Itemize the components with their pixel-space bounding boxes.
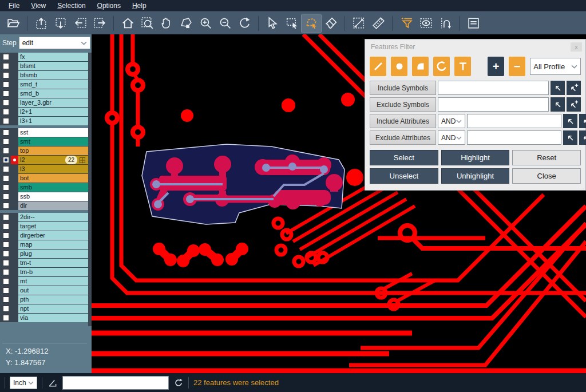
- layer-row-layer_3.gbr[interactable]: layer_3.gbr: [0, 98, 88, 107]
- pick-from-canvas-icon[interactable]: [551, 81, 565, 95]
- unit-select[interactable]: Inch: [10, 377, 37, 389]
- layer-checkbox[interactable]: [3, 166, 9, 172]
- command-input[interactable]: [62, 376, 169, 390]
- layer-row-plug[interactable]: plug: [0, 250, 88, 258]
- pan-hand-icon[interactable]: [157, 14, 176, 33]
- menu-view[interactable]: View: [26, 1, 51, 10]
- layer-row-npt[interactable]: npt: [0, 304, 88, 313]
- remove-mode-button[interactable]: −: [509, 57, 525, 76]
- layer-checkbox[interactable]: [3, 269, 9, 275]
- layer-row-tm-t[interactable]: tm-t: [0, 259, 88, 267]
- pan-down-icon[interactable]: [51, 14, 70, 33]
- layer-checkbox[interactable]: [3, 251, 9, 257]
- include-attributes-operator-select[interactable]: AND: [438, 114, 465, 128]
- zoom-area-icon[interactable]: [137, 14, 157, 33]
- pan-left-icon[interactable]: [70, 14, 90, 33]
- exclude-symbols-button[interactable]: Exclude Symbols: [370, 97, 436, 112]
- clean-brush-icon[interactable]: [321, 14, 340, 33]
- text-feature-icon[interactable]: [454, 57, 471, 76]
- arc-feature-icon[interactable]: [433, 57, 450, 76]
- exclude-attributes-operator-select[interactable]: AND: [438, 130, 465, 145]
- add-mode-button[interactable]: +: [488, 57, 504, 76]
- exclude-attributes-button[interactable]: Exclude Attributes: [370, 130, 436, 145]
- filter-icon[interactable]: [397, 14, 416, 33]
- refresh-icon[interactable]: [173, 378, 184, 388]
- layer-row-fx[interactable]: fx: [0, 53, 88, 61]
- layer-row-mt[interactable]: mt: [0, 277, 88, 286]
- layer-checkbox[interactable]: [3, 232, 9, 239]
- layer-checkbox[interactable]: [3, 203, 9, 209]
- select-polygon-icon[interactable]: [302, 14, 321, 33]
- layer-checkbox[interactable]: [3, 81, 9, 88]
- layer-checkbox[interactable]: [3, 109, 9, 115]
- close-icon[interactable]: x: [571, 42, 582, 52]
- layer-checkbox[interactable]: [3, 296, 9, 303]
- menu-help[interactable]: Help: [127, 1, 152, 10]
- layer-checkbox[interactable]: [3, 157, 9, 163]
- pick-add-from-canvas-icon[interactable]: [579, 130, 586, 145]
- layer-row-via[interactable]: via: [0, 314, 88, 322]
- layer-row-ssb[interactable]: ssb: [0, 192, 88, 201]
- layer-row-top[interactable]: top: [0, 146, 88, 155]
- layer-row-smb[interactable]: smb: [0, 183, 88, 192]
- layer-row-out[interactable]: out: [0, 286, 88, 295]
- layer-row-smd_t[interactable]: smd_t: [0, 80, 88, 89]
- layer-checkbox[interactable]: [3, 306, 9, 312]
- layer-checkbox[interactable]: [3, 287, 9, 294]
- menu-options[interactable]: Options: [92, 1, 126, 10]
- pad-feature-icon[interactable]: [391, 57, 407, 76]
- layer-checkbox[interactable]: [3, 118, 9, 124]
- layer-row-bot[interactable]: bot: [0, 174, 88, 183]
- layer-row-l2+1[interactable]: l2+1: [0, 108, 88, 116]
- pick-add-from-canvas-icon[interactable]: [579, 114, 586, 128]
- zoom-polygon-icon[interactable]: [176, 14, 196, 33]
- grid-icon[interactable]: [80, 157, 85, 163]
- pick-add-from-canvas-icon[interactable]: [567, 97, 581, 112]
- layer-checkbox[interactable]: [3, 223, 9, 229]
- close-button[interactable]: Close: [512, 168, 581, 184]
- layer-row-smt[interactable]: smt: [0, 137, 88, 146]
- highlight-button[interactable]: Highlight: [441, 150, 510, 165]
- layer-checkbox[interactable]: [3, 54, 9, 60]
- view-area-icon[interactable]: [416, 14, 435, 33]
- select-arrow-icon[interactable]: [263, 14, 282, 33]
- layer-checkbox[interactable]: [3, 138, 9, 145]
- layer-checkbox[interactable]: [3, 129, 9, 136]
- include-attributes-input[interactable]: [467, 114, 561, 128]
- profile-select[interactable]: All Profile: [530, 58, 581, 75]
- layer-row-map[interactable]: map: [0, 240, 88, 249]
- step-select[interactable]: edit: [19, 37, 90, 49]
- pick-add-from-canvas-icon[interactable]: [567, 81, 581, 95]
- pan-up-icon[interactable]: [31, 14, 51, 33]
- line-feature-icon[interactable]: [370, 57, 386, 76]
- zoom-in-icon[interactable]: [196, 14, 215, 33]
- angle-icon[interactable]: [47, 377, 58, 388]
- layer-checkbox[interactable]: [3, 193, 9, 200]
- layer-checkbox[interactable]: [3, 100, 9, 106]
- layer-checkbox[interactable]: [3, 90, 9, 97]
- unhighlight-button[interactable]: Unhighlight: [441, 168, 510, 184]
- layer-checkbox[interactable]: [3, 260, 9, 266]
- select-button[interactable]: Select: [370, 150, 438, 165]
- reset-button[interactable]: Reset: [512, 150, 581, 165]
- zoom-out-icon[interactable]: [215, 14, 235, 33]
- layer-row-tm-b[interactable]: tm-b: [0, 268, 88, 276]
- menu-selection[interactable]: Selection: [52, 1, 90, 10]
- layer-row-dirgerber[interactable]: dirgerber: [0, 231, 88, 240]
- include-symbols-button[interactable]: Include Symbols: [370, 81, 436, 95]
- open-folder-icon[interactable]: [3, 14, 23, 33]
- ruler-icon[interactable]: [369, 14, 388, 33]
- pan-right-icon[interactable]: [90, 14, 109, 33]
- pick-from-canvas-icon[interactable]: [551, 97, 565, 112]
- jump-icon[interactable]: [435, 14, 455, 33]
- layer-row-bfsmt[interactable]: bfsmt: [0, 62, 88, 70]
- layer-checkbox[interactable]: [3, 315, 9, 321]
- layer-checkbox[interactable]: [3, 63, 9, 69]
- pick-from-canvas-icon[interactable]: [563, 130, 577, 145]
- exclude-attributes-input[interactable]: [467, 130, 561, 145]
- surface-feature-icon[interactable]: [412, 57, 429, 76]
- unselect-button[interactable]: Unselect: [370, 168, 438, 184]
- layer-checkbox[interactable]: [3, 148, 9, 154]
- layer-row-2dir--[interactable]: 2dir--: [0, 213, 88, 221]
- select-rect-icon[interactable]: [282, 14, 302, 33]
